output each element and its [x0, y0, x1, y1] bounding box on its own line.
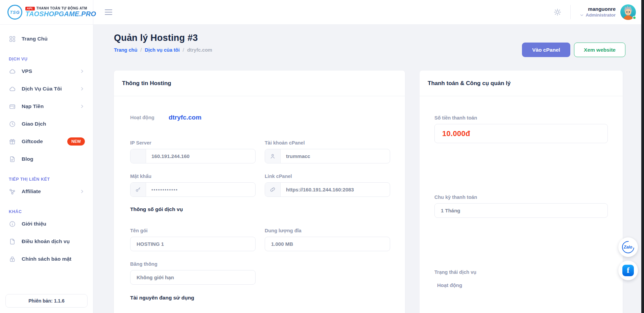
info-icon	[9, 220, 16, 228]
sidebar-item-blog[interactable]: Blog	[9, 150, 85, 168]
sidebar-item-home[interactable]: Trang Chủ	[9, 30, 85, 48]
sidebar-item-transactions[interactable]: Giao Dịch	[9, 115, 85, 133]
zalo-icon: Zalo	[620, 239, 637, 256]
brand-text: API. THANH TOÁN TỰ ĐỘNG ATM TAOSHOPGAME.…	[25, 7, 96, 18]
new-badge: NEW	[67, 137, 85, 146]
sidebar-section-affiliate: TIẾP THỊ LIÊN KẾT	[9, 177, 85, 182]
zalo-button[interactable]: Zalo	[618, 237, 638, 257]
zalo-icon-label: Zalo	[624, 245, 633, 250]
sidebar-section-services: DỊCH VỤ	[9, 57, 85, 61]
field-label: Băng thông	[130, 261, 256, 267]
billing-card: Thanh toán & Công cụ quản lý Số tiền tha…	[420, 71, 623, 313]
disk-space-value: 1.000 MB	[265, 241, 299, 247]
hamburger-menu-icon[interactable]	[105, 8, 112, 17]
sidebar-item-label: Điều khoản dịch vụ	[22, 238, 85, 244]
brand-name: TAOSHOPGAME.PRO	[25, 10, 96, 18]
header-divider	[570, 5, 571, 19]
field-label: IP Server	[130, 140, 256, 146]
domain-link[interactable]: dtryfc.com	[169, 114, 201, 121]
facebook-button[interactable]: f	[618, 261, 638, 280]
key-icon	[130, 183, 146, 197]
cycle-value-box[interactable]: 1 Tháng	[434, 203, 608, 218]
sidebar-item-label: Affiliate	[22, 188, 74, 194]
sidebar-item-label: Chính sách bảo mật	[22, 256, 85, 262]
field-label: Dung lượng đĩa	[265, 228, 390, 233]
server-icon	[130, 149, 146, 163]
field-bandwidth: Băng thông Không giới hạn	[130, 261, 256, 285]
sidebar-item-about[interactable]: Giới thiệu	[9, 215, 85, 233]
user-menu[interactable]: manguonre Administrator	[579, 6, 616, 18]
version-badge: Phiên bản: 1.1.6	[5, 294, 88, 308]
breadcrumb-separator: /	[183, 47, 184, 53]
bandwidth-value: Không giới hạn	[130, 275, 180, 280]
field-label: Tài khoản cPanel	[265, 140, 390, 146]
billing-card-header: Thanh toán & Công cụ quản lý	[420, 71, 623, 96]
chevron-right-icon	[79, 86, 85, 92]
breadcrumb-home[interactable]: Trang chủ	[114, 47, 137, 53]
link-icon	[265, 183, 281, 197]
disk-space-input[interactable]: 1.000 MB	[265, 237, 390, 251]
page-head: Quản lý Hosting #3 Trang chủ / Dịch vụ c…	[114, 33, 625, 57]
field-label: Link cPanel	[265, 174, 390, 179]
breadcrumb-my-services[interactable]: Dịch vụ của tôi	[145, 47, 180, 53]
field-label: Tên gói	[130, 228, 256, 233]
password-input[interactable]: ••••••••••••	[130, 182, 256, 197]
chevron-right-icon	[79, 189, 85, 194]
network-icon	[9, 188, 16, 195]
online-status-dot	[633, 16, 636, 20]
hosting-card-header: Thông tin Hosting	[114, 71, 405, 96]
main-content: Quản lý Hosting #3 Trang chủ / Dịch vụ c…	[93, 0, 644, 313]
ip-server-input[interactable]: 160.191.244.160	[130, 149, 256, 163]
scrollbar[interactable]	[641, 0, 644, 313]
plan-name-value: HOSTING 1	[130, 241, 170, 247]
sidebar-item-label: VPS	[22, 68, 74, 74]
brand-logo[interactable]: TSG API. THANH TOÁN TỰ ĐỘNG ATM TAOSHOPG…	[0, 0, 93, 25]
avatar[interactable]	[620, 4, 636, 20]
view-website-button[interactable]: Xem website	[574, 43, 625, 57]
topbar: manguonre Administrator	[93, 0, 644, 25]
cpanel-button[interactable]: Vào cPanel	[522, 43, 570, 57]
field-disk-space: Dung lượng đĩa 1.000 MB	[265, 228, 390, 251]
tsg-logo-icon: TSG	[7, 5, 22, 20]
cpanel-account-value: trummacc	[281, 153, 316, 159]
hosting-card-title: Thông tin Hosting	[122, 80, 171, 87]
cloud-icon	[9, 85, 16, 93]
document-icon	[9, 156, 16, 163]
sidebar-item-label: Giới thiệu	[22, 221, 85, 227]
ip-server-value: 160.191.244.160	[146, 153, 195, 159]
sidebar-item-label: Trang Chủ	[22, 36, 85, 42]
sidebar-item-vps[interactable]: VPS	[9, 62, 85, 80]
field-plan-name: Tên gói HOSTING 1	[130, 228, 256, 251]
gift-icon	[9, 138, 16, 145]
page-title: Quản lý Hosting #3	[114, 33, 212, 43]
cpanel-link-input[interactable]: https://160.191.244.160:2083	[265, 182, 390, 197]
sidebar-item-terms[interactable]: Điều khoản dịch vụ	[9, 233, 85, 250]
hosting-info-card: Thông tin Hosting Hoạt động dtryfc.com I…	[114, 71, 405, 313]
sidebar-item-giftcode[interactable]: Giftcode NEW	[9, 133, 85, 150]
user-role-label: Administrator	[586, 12, 616, 18]
bandwidth-input[interactable]: Không giới hạn	[130, 270, 256, 285]
sidebar-item-label: Blog	[22, 156, 85, 162]
plan-name-input[interactable]: HOSTING 1	[130, 237, 256, 251]
cpanel-link-value: https://160.191.244.160:2083	[281, 187, 359, 192]
chevron-right-icon	[79, 69, 85, 74]
wallet-icon	[9, 103, 16, 110]
sidebar-item-label: Nạp Tiền	[22, 103, 74, 109]
clock-icon	[9, 121, 16, 128]
floating-contact-buttons: Zalo f	[618, 237, 638, 280]
sidebar-item-label: Giao Dịch	[22, 121, 85, 127]
sidebar-section-other: KHÁC	[9, 209, 85, 214]
field-cpanel-account: Tài khoản cPanel trummacc	[265, 140, 390, 163]
service-status-value: Hoạt động	[434, 282, 608, 288]
sidebar-item-privacy[interactable]: Chính sách bảo mật	[9, 250, 85, 268]
breadcrumb: Trang chủ / Dịch vụ của tôi / dtryfc.com	[114, 47, 212, 53]
tsg-logo-text: TSG	[10, 10, 20, 15]
sidebar-item-my-services[interactable]: Dịch Vụ Của Tôi	[9, 80, 85, 98]
user-icon	[265, 149, 281, 163]
resources-section-title: Tài nguyên đang sử dụng	[130, 295, 390, 301]
sidebar-item-affiliate[interactable]: Affiliate	[9, 183, 85, 200]
sidebar-item-topup[interactable]: Nạp Tiền	[9, 98, 85, 115]
theme-toggle-sun-icon[interactable]	[553, 8, 562, 16]
sidebar-nav: Trang Chủ DỊCH VỤ VPS Dịch Vụ Của Tôi Nạ…	[0, 25, 93, 268]
cpanel-account-input[interactable]: trummacc	[265, 149, 390, 163]
